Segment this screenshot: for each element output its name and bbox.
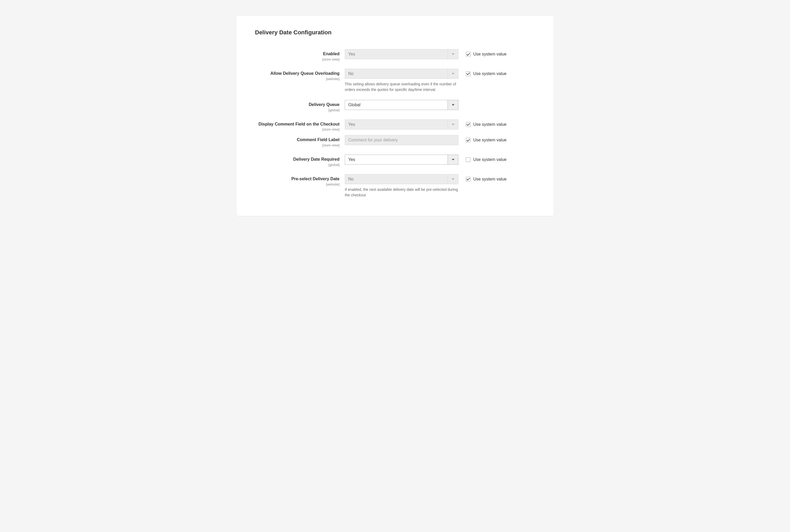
use-system-col: Use system value (458, 119, 506, 127)
use-system-checkbox-display-comment[interactable] (466, 122, 470, 127)
control-col: Yes (345, 155, 458, 165)
control-col: No If enabled, the next available delive… (345, 174, 458, 198)
use-system-label: Use system value (473, 138, 506, 142)
config-panel: Delivery Date Configuration Enabled [sto… (236, 16, 554, 216)
chevron-down-icon (448, 155, 458, 164)
scope-display-comment: [store view] (255, 127, 340, 131)
field-comment-label: Comment Field Label [store view] Use sys… (255, 135, 535, 147)
use-system-col: Use system value (458, 69, 506, 76)
section-title: Delivery Date Configuration (255, 29, 535, 36)
select-value: Yes (345, 120, 448, 129)
help-preselect: If enabled, the next available delivery … (345, 187, 458, 198)
control-col: Yes (345, 49, 458, 59)
use-system-checkbox-comment-label[interactable] (466, 138, 470, 142)
control-col (345, 135, 458, 145)
scope-comment-label: [store view] (255, 143, 340, 147)
label-display-comment: Display Comment Field on the Checkout (255, 121, 340, 127)
field-label-col: Allow Delivery Queue Overloading [websit… (255, 69, 345, 81)
select-value: Yes (345, 155, 448, 164)
chevron-down-icon (448, 50, 458, 59)
label-overloading: Allow Delivery Queue Overloading (255, 71, 340, 76)
use-system-col: Use system value (458, 135, 506, 142)
select-overloading[interactable]: No (345, 69, 458, 79)
use-system-label: Use system value (473, 52, 506, 57)
select-value: Global (345, 100, 448, 110)
use-system-checkbox-enabled[interactable] (466, 52, 470, 57)
chevron-down-icon (448, 120, 458, 129)
chevron-down-icon (448, 100, 458, 110)
use-system-checkbox-preselect[interactable] (466, 177, 470, 182)
select-value: No (345, 174, 448, 184)
use-system-checkbox-required[interactable] (466, 157, 470, 162)
control-col: Yes (345, 119, 458, 130)
field-label-col: Delivery Queue [global] (255, 100, 345, 112)
use-system-col: Use system value (458, 155, 506, 162)
field-label-col: Enabled [store view] (255, 49, 345, 61)
help-overloading: This setting allows delivery queue overl… (345, 81, 458, 93)
label-queue: Delivery Queue (255, 102, 340, 108)
field-label-col: Comment Field Label [store view] (255, 135, 345, 147)
select-value: Yes (345, 50, 448, 59)
scope-preselect: [website] (255, 182, 340, 186)
label-comment-label: Comment Field Label (255, 137, 340, 143)
use-system-checkbox-overloading[interactable] (466, 71, 470, 76)
select-required[interactable]: Yes (345, 155, 458, 165)
select-queue[interactable]: Global (345, 100, 458, 110)
label-enabled: Enabled (255, 51, 340, 57)
scope-required: [global] (255, 163, 340, 167)
chevron-down-icon (448, 69, 458, 78)
field-overloading: Allow Delivery Queue Overloading [websit… (255, 69, 535, 93)
field-label-col: Display Comment Field on the Checkout [s… (255, 119, 345, 132)
use-system-label: Use system value (473, 122, 506, 127)
select-display-comment[interactable]: Yes (345, 119, 458, 130)
field-preselect: Pre-select Delivery Date [website] No If… (255, 174, 535, 198)
select-preselect[interactable]: No (345, 174, 458, 184)
field-enabled: Enabled [store view] Yes Use system valu… (255, 49, 535, 61)
use-system-col (458, 100, 466, 102)
label-preselect: Pre-select Delivery Date (255, 176, 340, 182)
scope-enabled: [store view] (255, 57, 340, 61)
field-required: Delivery Date Required [global] Yes Use … (255, 155, 535, 167)
field-queue: Delivery Queue [global] Global (255, 100, 535, 112)
use-system-col: Use system value (458, 49, 506, 57)
field-display-comment: Display Comment Field on the Checkout [s… (255, 119, 535, 132)
scope-overloading: [website] (255, 77, 340, 81)
use-system-label: Use system value (473, 177, 506, 182)
select-value: No (345, 69, 448, 78)
control-col: Global (345, 100, 458, 110)
use-system-col: Use system value (458, 174, 506, 182)
scope-queue: [global] (255, 108, 340, 112)
label-required: Delivery Date Required (255, 157, 340, 162)
field-label-col: Delivery Date Required [global] (255, 155, 345, 167)
use-system-label: Use system value (473, 157, 506, 162)
chevron-down-icon (448, 174, 458, 184)
field-label-col: Pre-select Delivery Date [website] (255, 174, 345, 186)
input-comment-label[interactable] (345, 135, 458, 145)
control-col: No This setting allows delivery queue ov… (345, 69, 458, 93)
use-system-label: Use system value (473, 71, 506, 76)
select-enabled[interactable]: Yes (345, 49, 458, 59)
